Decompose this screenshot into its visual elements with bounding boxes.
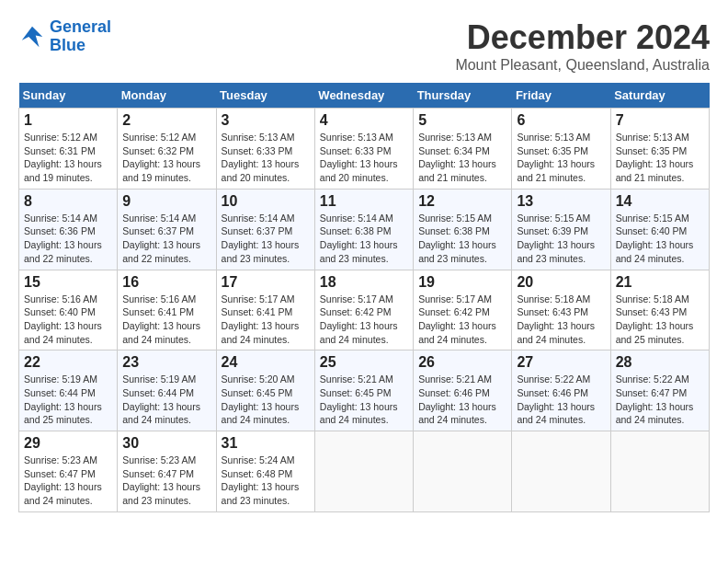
day-detail: Sunrise: 5:18 AMSunset: 6:43 PMDaylight:… <box>616 293 694 345</box>
calendar-cell: 16 Sunrise: 5:16 AMSunset: 6:41 PMDaylig… <box>118 270 216 350</box>
day-number: 17 <box>222 274 310 291</box>
title-section: December 2024 Mount Pleasant, Queensland… <box>455 18 710 74</box>
calendar-week-1: 1 Sunrise: 5:12 AMSunset: 6:31 PMDayligh… <box>19 109 710 190</box>
calendar-cell: 5 Sunrise: 5:13 AMSunset: 6:34 PMDayligh… <box>414 109 512 190</box>
calendar-cell: 9 Sunrise: 5:14 AMSunset: 6:37 PMDayligh… <box>118 189 216 270</box>
day-number: 30 <box>122 435 210 452</box>
calendar-week-5: 29 Sunrise: 5:23 AMSunset: 6:47 PMDaylig… <box>19 431 710 512</box>
day-detail: Sunrise: 5:23 AMSunset: 6:47 PMDaylight:… <box>24 454 102 506</box>
page-header: General Blue December 2024 Mount Pleasan… <box>18 18 710 74</box>
calendar-cell: 19 Sunrise: 5:17 AMSunset: 6:42 PMDaylig… <box>414 270 512 350</box>
calendar-cell: 30 Sunrise: 5:23 AMSunset: 6:47 PMDaylig… <box>118 431 216 512</box>
calendar-cell: 25 Sunrise: 5:21 AMSunset: 6:45 PMDaylig… <box>314 350 413 431</box>
day-number: 4 <box>320 112 408 129</box>
day-number: 10 <box>222 193 310 210</box>
day-detail: Sunrise: 5:21 AMSunset: 6:46 PMDaylight:… <box>418 373 496 425</box>
calendar-cell: 10 Sunrise: 5:14 AMSunset: 6:37 PMDaylig… <box>216 189 314 270</box>
day-number: 24 <box>222 354 310 371</box>
calendar-cell: 29 Sunrise: 5:23 AMSunset: 6:47 PMDaylig… <box>19 431 118 512</box>
day-number: 27 <box>517 354 605 371</box>
calendar-cell <box>512 431 610 512</box>
day-detail: Sunrise: 5:17 AMSunset: 6:42 PMDaylight:… <box>418 293 496 345</box>
calendar-cell: 20 Sunrise: 5:18 AMSunset: 6:43 PMDaylig… <box>512 270 610 350</box>
day-detail: Sunrise: 5:13 AMSunset: 6:35 PMDaylight:… <box>517 132 595 183</box>
day-detail: Sunrise: 5:20 AMSunset: 6:45 PMDaylight:… <box>222 373 300 425</box>
calendar-week-2: 8 Sunrise: 5:14 AMSunset: 6:36 PMDayligh… <box>19 189 710 270</box>
calendar-cell: 24 Sunrise: 5:20 AMSunset: 6:45 PMDaylig… <box>216 350 314 431</box>
logo-line1: General <box>50 17 111 36</box>
col-wednesday: Wednesday <box>314 83 413 109</box>
calendar-cell: 14 Sunrise: 5:15 AMSunset: 6:40 PMDaylig… <box>610 189 709 270</box>
day-detail: Sunrise: 5:13 AMSunset: 6:33 PMDaylight:… <box>222 132 300 183</box>
day-number: 22 <box>24 354 112 371</box>
day-number: 11 <box>320 193 408 210</box>
calendar-cell: 7 Sunrise: 5:13 AMSunset: 6:35 PMDayligh… <box>610 109 709 190</box>
day-number: 16 <box>122 274 210 291</box>
day-number: 26 <box>418 354 506 371</box>
day-number: 28 <box>616 354 704 371</box>
calendar-cell: 3 Sunrise: 5:13 AMSunset: 6:33 PMDayligh… <box>216 109 314 190</box>
logo-icon <box>18 23 46 51</box>
day-detail: Sunrise: 5:15 AMSunset: 6:39 PMDaylight:… <box>517 213 595 264</box>
calendar-cell: 15 Sunrise: 5:16 AMSunset: 6:40 PMDaylig… <box>19 270 118 350</box>
day-number: 9 <box>122 193 210 210</box>
day-detail: Sunrise: 5:12 AMSunset: 6:32 PMDaylight:… <box>122 132 200 183</box>
logo-line2: Blue <box>50 36 85 54</box>
day-detail: Sunrise: 5:15 AMSunset: 6:40 PMDaylight:… <box>616 213 694 264</box>
day-detail: Sunrise: 5:18 AMSunset: 6:43 PMDaylight:… <box>517 293 595 345</box>
day-number: 15 <box>24 274 112 291</box>
day-detail: Sunrise: 5:22 AMSunset: 6:46 PMDaylight:… <box>517 373 595 425</box>
day-detail: Sunrise: 5:14 AMSunset: 6:37 PMDaylight:… <box>122 213 200 264</box>
day-number: 19 <box>418 274 506 291</box>
logo: General Blue <box>18 18 111 55</box>
day-number: 23 <box>122 354 210 371</box>
calendar-cell: 1 Sunrise: 5:12 AMSunset: 6:31 PMDayligh… <box>19 109 118 190</box>
month-title: December 2024 <box>455 18 710 57</box>
day-number: 12 <box>418 193 506 210</box>
col-sunday: Sunday <box>19 83 118 109</box>
day-number: 25 <box>320 354 408 371</box>
day-detail: Sunrise: 5:23 AMSunset: 6:47 PMDaylight:… <box>122 454 200 506</box>
col-tuesday: Tuesday <box>216 83 314 109</box>
calendar-cell <box>414 431 512 512</box>
day-detail: Sunrise: 5:15 AMSunset: 6:38 PMDaylight:… <box>418 213 496 264</box>
day-number: 8 <box>24 193 112 210</box>
day-detail: Sunrise: 5:19 AMSunset: 6:44 PMDaylight:… <box>122 373 200 425</box>
calendar-cell: 4 Sunrise: 5:13 AMSunset: 6:33 PMDayligh… <box>314 109 413 190</box>
logo-text: General Blue <box>50 18 111 55</box>
day-number: 3 <box>222 112 310 129</box>
calendar-cell: 26 Sunrise: 5:21 AMSunset: 6:46 PMDaylig… <box>414 350 512 431</box>
calendar-cell: 12 Sunrise: 5:15 AMSunset: 6:38 PMDaylig… <box>414 189 512 270</box>
day-number: 21 <box>616 274 704 291</box>
day-number: 18 <box>320 274 408 291</box>
calendar-cell: 8 Sunrise: 5:14 AMSunset: 6:36 PMDayligh… <box>19 189 118 270</box>
col-saturday: Saturday <box>610 83 709 109</box>
day-number: 20 <box>517 274 605 291</box>
calendar-cell: 23 Sunrise: 5:19 AMSunset: 6:44 PMDaylig… <box>118 350 216 431</box>
calendar-cell: 31 Sunrise: 5:24 AMSunset: 6:48 PMDaylig… <box>216 431 314 512</box>
day-number: 7 <box>616 112 704 129</box>
calendar-cell: 17 Sunrise: 5:17 AMSunset: 6:41 PMDaylig… <box>216 270 314 350</box>
col-friday: Friday <box>512 83 610 109</box>
calendar-cell <box>314 431 413 512</box>
day-detail: Sunrise: 5:14 AMSunset: 6:37 PMDaylight:… <box>222 213 300 264</box>
day-detail: Sunrise: 5:16 AMSunset: 6:41 PMDaylight:… <box>122 293 200 345</box>
day-detail: Sunrise: 5:19 AMSunset: 6:44 PMDaylight:… <box>24 373 102 425</box>
location-title: Mount Pleasant, Queensland, Australia <box>455 57 710 74</box>
day-number: 2 <box>122 112 210 129</box>
day-detail: Sunrise: 5:22 AMSunset: 6:47 PMDaylight:… <box>616 373 694 425</box>
day-detail: Sunrise: 5:13 AMSunset: 6:34 PMDaylight:… <box>418 132 496 183</box>
calendar-cell: 6 Sunrise: 5:13 AMSunset: 6:35 PMDayligh… <box>512 109 610 190</box>
calendar-table: Sunday Monday Tuesday Wednesday Thursday… <box>18 83 710 512</box>
calendar-week-3: 15 Sunrise: 5:16 AMSunset: 6:40 PMDaylig… <box>19 270 710 350</box>
col-monday: Monday <box>118 83 216 109</box>
day-detail: Sunrise: 5:24 AMSunset: 6:48 PMDaylight:… <box>222 454 300 506</box>
day-number: 5 <box>418 112 506 129</box>
day-detail: Sunrise: 5:17 AMSunset: 6:42 PMDaylight:… <box>320 293 398 345</box>
calendar-cell: 22 Sunrise: 5:19 AMSunset: 6:44 PMDaylig… <box>19 350 118 431</box>
day-number: 13 <box>517 193 605 210</box>
calendar-cell: 18 Sunrise: 5:17 AMSunset: 6:42 PMDaylig… <box>314 270 413 350</box>
calendar-cell: 2 Sunrise: 5:12 AMSunset: 6:32 PMDayligh… <box>118 109 216 190</box>
calendar-cell: 28 Sunrise: 5:22 AMSunset: 6:47 PMDaylig… <box>610 350 709 431</box>
day-number: 14 <box>616 193 704 210</box>
